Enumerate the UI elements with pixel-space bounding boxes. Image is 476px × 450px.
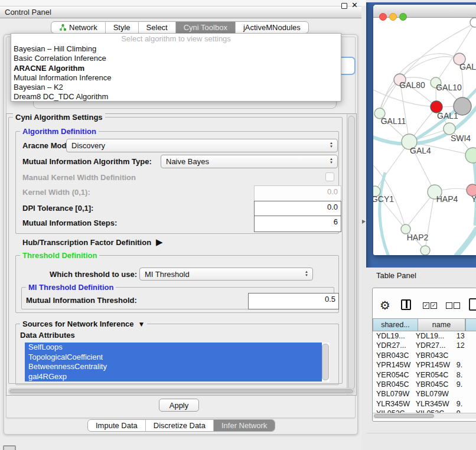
cyni-mode-tabs: Impute DataDiscretize DataInfer Network [87,419,275,432]
select-all-icon[interactable]: ✓ [423,302,429,309]
dpi-tolerance-field[interactable]: 0.0 [254,201,341,217]
tab-select[interactable]: Select [138,22,175,33]
node-label-gal10: GAL10 [436,83,462,92]
table-row[interactable]: YLR345WYLR345W9. [373,399,476,409]
hub-definition-toggle[interactable]: Hub/Transcription Factor Definition ▶ [22,237,162,247]
node-label-gcy1: GCY1 [373,194,394,204]
tab-label: Impute Data [96,419,138,432]
screen: Control Panel ✕ NetworkStyleSelectCyni T… [0,0,476,450]
network-window-titlebar[interactable] [373,5,476,18]
column-header-2[interactable]: name [418,318,465,331]
table-cell: YIL052C [373,409,412,413]
which-threshold-value: MI Threshold [145,270,190,279]
tab-label: Select [146,21,168,34]
tab-discretize-data[interactable]: Discretize Data [145,420,213,431]
algorithm-option-bayesian-hill-climbing[interactable]: Bayesian – Hill Climbing [11,44,341,54]
attribute-item-betweennesscentrality[interactable]: BetweennessCentrality [25,362,322,372]
table-cell: YPR145W [373,360,412,370]
mi-threshold-field[interactable]: 0.5 [248,293,339,309]
table-row[interactable]: YDL19...YDL19...13 [373,331,476,341]
manual-kernel-checkbox[interactable] [325,172,334,181]
columns-icon[interactable] [401,299,411,310]
table-cell: YBL079W [373,389,412,399]
tab-label: Infer Network [221,419,267,432]
column-header-1[interactable]: shared... [373,318,418,331]
horizontal-scrollbar-thumb[interactable] [9,389,353,393]
table-cell: YER054C [373,370,412,380]
network-edge[interactable] [400,57,459,80]
table-row[interactable]: YBR045CYBR045C9. [373,380,476,389]
network-node[interactable] [465,148,476,163]
node-label-gal1: GAL1 [437,111,458,120]
select-all-icon[interactable]: ✓ [431,302,437,309]
vertical-scrollbar-thumb[interactable] [348,116,355,390]
deselect-all-icon[interactable] [446,302,452,309]
algorithm-option-dream8-dc-tdc-algorithm[interactable]: Dream8 DC_TDC Algorithm [11,92,341,102]
network-node[interactable] [444,123,455,135]
tab-cyni-toolbox[interactable]: Cyni Toolbox [175,22,235,33]
algorithm-option-aracne-algorithm[interactable]: ARACNE Algorithm [11,64,341,73]
algorithm-placeholder: Select algorithm to view settings [11,34,341,44]
which-threshold-select[interactable]: MI Threshold ▲▼ [139,268,313,281]
mi-steps-field[interactable]: 6 [254,216,341,232]
tab-jactivemnodules[interactable]: jActiveMNodules [235,22,308,33]
mi-threshold-group-title: MI Threshold Definition [26,283,116,292]
control-panel-titlebar[interactable]: Control Panel [0,6,361,18]
network-edge[interactable] [456,228,476,255]
table-cell: 13 [453,331,476,341]
node-label-gal11: GAL11 [381,116,406,126]
float-window-icon[interactable] [341,3,347,9]
table-hscrollbar-thumb[interactable] [374,414,434,418]
table-cell: 9. [453,399,476,409]
network-edge[interactable] [375,142,409,191]
network-edge[interactable] [436,22,475,83]
tab-network[interactable]: Network [51,22,105,33]
tab-infer-network[interactable]: Infer Network [213,420,275,431]
table-row[interactable]: YPR145WYPR145W9. [373,360,476,370]
deselect-all-icon[interactable] [454,302,460,309]
tab-label: Cyni Toolbox [184,21,227,34]
network-edge[interactable] [373,90,436,107]
minimized-panel-icon[interactable] [3,445,16,450]
table-cell: YDL19... [412,331,453,341]
sources-group-toggle[interactable]: Sources for Network Inference ▼ [20,319,147,328]
network-node[interactable] [470,18,476,27]
attribute-item-topologicalcoefficient[interactable]: TopologicalCoefficient [25,353,322,363]
algorithm-option-mutual-information-inference[interactable]: Mutual Information Inference [11,73,341,83]
network-edge[interactable] [380,172,389,255]
list-scrollbar-thumb[interactable] [322,344,329,380]
table-row[interactable]: YDR27...YDR27...12 [373,341,476,350]
table-row[interactable]: YIL052CYIL052C9 [373,409,476,413]
node-label-hap2: HAP2 [407,233,429,242]
tab-style[interactable]: Style [105,22,138,33]
algorithm-option-bayesian-k2[interactable]: Bayesian – K2 [11,83,341,92]
attribute-item-selfloops[interactable]: SelfLoops [25,343,322,353]
node-label-swi4: SWI4 [451,133,471,143]
close-icon[interactable]: ✕ [351,1,358,9]
table-cell: YER054C [412,370,453,380]
mi-type-label: Mutual Information Algorithm Type: [22,157,152,166]
manual-kernel-label: Manual Kernel Width Definition [22,173,136,182]
apply-button[interactable]: Apply [159,399,199,412]
kernel-width-field[interactable]: 0.0 [254,185,341,201]
tab-label: Style [113,21,131,34]
attribute-item-gal4rgexp[interactable]: gal4RGexp [25,372,322,382]
algorithm-option-basic-correlation-inference[interactable]: Basic Correlation Inference [11,54,341,63]
aracne-mode-select[interactable]: Discovery ▲▼ [66,139,338,152]
which-threshold-label: Which threshold to use: [50,270,137,279]
table-row[interactable]: YBL079WYBL079W [373,389,476,399]
network-icon [59,24,67,31]
column-header-3[interactable] [465,318,476,331]
table-row[interactable]: YBR043CYBR043C [373,351,476,360]
form-icon[interactable] [469,298,476,311]
table-cell: 9. [453,360,476,370]
tab-impute-data[interactable]: Impute Data [88,420,145,431]
network-canvas[interactable]: GALGAL80GAL10GAL1GAL11SWI4GAL4GCY1HAP4YH… [373,18,476,255]
table-cell: YBL079W [412,389,453,399]
gear-icon[interactable]: ⚙ [380,298,390,312]
mi-type-select[interactable]: Naive Bayes ▲▼ [161,155,338,168]
table-cell: YLR345W [412,399,453,409]
node-label-gal: GAL [459,62,476,71]
network-node[interactable] [420,246,430,255]
table-row[interactable]: YER054CYER054C8. [373,370,476,380]
